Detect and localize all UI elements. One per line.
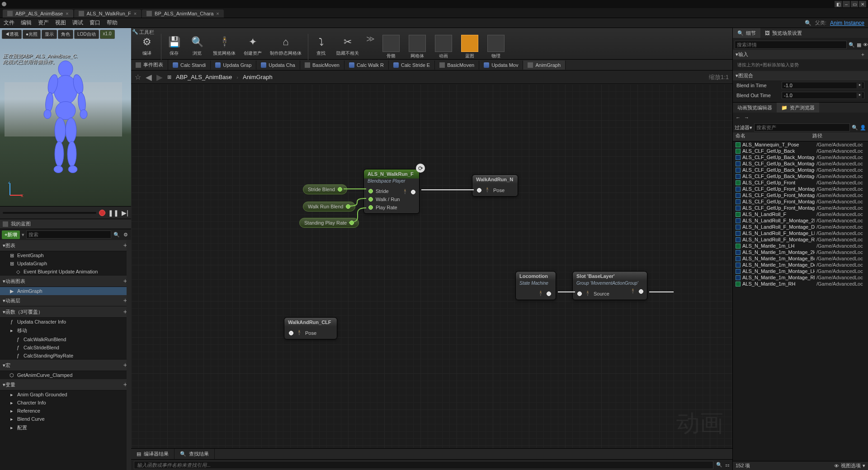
function-tab[interactable]: Calc Standi	[168, 61, 211, 70]
document-tab[interactable]: ALS_N_WalkRun_F×	[74, 9, 141, 18]
viewport-mode-button[interactable]: 显示	[42, 30, 57, 39]
tree-category[interactable]: ▾图表＋	[0, 240, 131, 251]
search-icon[interactable]: 🔍	[113, 231, 120, 238]
asset-row[interactable]: ALS_N_LandRoll_F_Montage_LH/Game/Advance…	[733, 230, 868, 236]
asset-search-input[interactable]	[754, 123, 850, 132]
asset-browser-tab[interactable]: 📁资产浏览器	[777, 103, 819, 113]
menu-item[interactable]: 调试	[72, 19, 83, 27]
settings-icon[interactable]: ⚙	[122, 231, 129, 238]
column-name[interactable]: 命名	[736, 132, 812, 141]
tree-category[interactable]: ▾变量＋	[0, 379, 131, 390]
viewport-mode-button[interactable]: ●光照	[23, 30, 41, 39]
menu-item[interactable]: 视图	[55, 19, 66, 27]
menu-item[interactable]: 编辑	[21, 19, 32, 27]
editor-mode-button[interactable]: 骨骼	[378, 34, 404, 60]
tree-item[interactable]: ▸配置	[0, 423, 131, 432]
breadcrumb-root[interactable]: ABP_ALS_AnimBase	[176, 74, 232, 80]
asset-row[interactable]: ALS_CLF_GetUp_Back/Game/AdvancedLoc	[733, 148, 868, 154]
pose-output-pin[interactable]	[411, 190, 415, 194]
menu-item[interactable]: 资产	[38, 19, 49, 27]
toolbar-button[interactable]: ⌂制作静态网格体	[266, 34, 305, 60]
graph-node[interactable]: Slot 'BaseLayer'Group 'MovementActionGro…	[572, 271, 647, 300]
viewport-mode-button[interactable]: x1.0	[100, 30, 115, 39]
function-tab[interactable]: 事件图表	[131, 60, 168, 70]
asset-row[interactable]: ALS_N_LandRoll_F/Game/AdvancedLoc	[733, 211, 868, 217]
function-tab[interactable]: AnimGraph	[523, 61, 566, 70]
add-icon[interactable]: ＋	[860, 51, 865, 58]
tree-item[interactable]: ▸Reference	[0, 407, 131, 415]
timeline-scrubber[interactable]	[3, 212, 96, 214]
filter-icon[interactable]: ⚏	[725, 462, 730, 468]
my-blueprint-search-input[interactable]	[26, 230, 111, 239]
window-dock-button[interactable]: ◧	[835, 1, 842, 7]
output-pin[interactable]	[338, 187, 342, 192]
asset-row[interactable]: ALS_N_Mantle_1m_Montage_2H/Game/Advanced…	[733, 249, 868, 255]
editor-mode-button[interactable]: 物理	[483, 34, 509, 60]
asset-row[interactable]: ALS_CLF_GetUp_Back_Montage_2H/Game/Advan…	[733, 154, 868, 160]
tree-item[interactable]: ƒUpdata Character Info	[0, 318, 131, 326]
tree-item[interactable]: ▸移动	[0, 326, 131, 335]
tree-category[interactable]: ▾动画图表＋	[0, 276, 131, 287]
asset-list-header[interactable]: 命名 路径	[733, 132, 868, 141]
window-minimize-button[interactable]: –	[843, 1, 850, 7]
viewport-mode-button[interactable]: ◀透视	[2, 30, 22, 39]
pose-output-pin[interactable]	[639, 289, 643, 294]
asset-row[interactable]: ALS_N_Mantle_1m_Montage_Box/Game/Advance…	[733, 255, 868, 262]
input-pin[interactable]	[368, 205, 373, 210]
details-search-input[interactable]	[735, 41, 847, 49]
pose-input-pin[interactable]	[477, 188, 481, 193]
nav-back-button[interactable]: ◀	[146, 72, 152, 82]
toolbar-button[interactable]: ✂隐藏不相关	[333, 34, 363, 60]
function-tab[interactable]: BasicMoven	[435, 61, 479, 70]
record-button[interactable]	[99, 210, 105, 216]
function-tab[interactable]: Calc Stride E	[389, 61, 435, 70]
input-pin[interactable]	[368, 189, 373, 193]
tree-item[interactable]: ƒCalcWalkRunBlend	[0, 335, 131, 343]
preview-viewport[interactable]: ◀透视●光照显示角色LOD自动x1.0 正在预览ABP_ALS_AnimBase…	[0, 28, 131, 207]
parent-class-link[interactable]: Anim Instance	[830, 20, 864, 26]
close-icon[interactable]: ×	[66, 11, 68, 16]
tree-category[interactable]: ▾函数（3可覆盖）＋	[0, 306, 131, 318]
tree-item[interactable]: ▶AnimGraph	[0, 287, 131, 295]
preview-settings-tab[interactable]: 🖼预览场景设置	[760, 28, 807, 38]
my-blueprint-tree[interactable]: ▾图表＋⊞EventGraph⊞UpdataGraph◇Event Bluepr…	[0, 240, 131, 470]
output-pin[interactable]	[346, 204, 350, 209]
tree-item[interactable]: ▸Anim Graph Grounded	[0, 390, 131, 399]
tree-item[interactable]: ▸Charcter Info	[0, 399, 131, 407]
add-new-button[interactable]: +新增	[2, 230, 20, 239]
details-category-input[interactable]: ▾ 输入＋	[733, 50, 868, 59]
asset-row[interactable]: ALS_CLF_GetUp_Back_Montage_Defa/Game/Adv…	[733, 160, 868, 167]
spinner-icon[interactable]: ▸	[857, 93, 862, 98]
document-tab[interactable]: ABP_ALS_AnimBase×	[3, 9, 73, 18]
viewport-mode-button[interactable]: LOD自动	[74, 30, 99, 39]
toolbar-button[interactable]: ⚙编译	[136, 34, 158, 60]
graph-node[interactable]: LocomotionState Machine🕴	[515, 271, 556, 300]
graph-node[interactable]: WalkAndRun_N🕴Pose	[472, 174, 518, 197]
toolbar-button[interactable]: ⤵查找	[308, 34, 332, 60]
close-icon[interactable]: ×	[134, 11, 137, 16]
toolbar-button[interactable]: 🕴预览网格体	[209, 34, 239, 60]
asset-row[interactable]: ALS_N_LandRoll_F_Montage_Default/Game/Ad…	[733, 224, 868, 230]
nav-back-button[interactable]: ←	[736, 115, 741, 120]
search-icon[interactable]: 🔍	[849, 42, 855, 48]
compiler-results-tab[interactable]: ▤编译器结果	[131, 449, 175, 459]
window-close-button[interactable]: ✕	[859, 1, 866, 7]
chevron-icon[interactable]: ≫	[363, 34, 377, 60]
find-input[interactable]	[134, 461, 713, 469]
breadcrumb-leaf[interactable]: AnimGraph	[243, 74, 273, 80]
asset-row[interactable]: ALS_N_LandRoll_F_Montage_RH/Game/Advance…	[733, 236, 868, 243]
function-tab[interactable]: Updata Grap	[211, 61, 256, 70]
asset-row[interactable]: ALS_CLF_GetUp_Front/Game/AdvancedLoc	[733, 179, 868, 186]
variable-pill[interactable]: Stride Blend	[303, 184, 347, 194]
toolbar-button[interactable]: 💾保存	[161, 34, 185, 60]
person-icon[interactable]: 👤	[860, 125, 866, 131]
tree-item[interactable]: ▸Blend Curve	[0, 415, 131, 423]
toolbar-button[interactable]: 🔍浏览	[186, 34, 208, 60]
toolbar-button[interactable]: ✦创建资产	[240, 34, 265, 60]
output-pin[interactable]	[349, 221, 354, 225]
tree-item[interactable]: ◇Event Blueprint Update Animation	[0, 268, 131, 276]
nav-forward-button[interactable]: →	[744, 115, 749, 120]
menu-item[interactable]: 帮助	[107, 19, 118, 27]
favorite-icon[interactable]: ☆	[135, 73, 141, 81]
graph-node[interactable]: ALS_N_WalkRun_FBlendspace PlayerStrideWa…	[363, 169, 420, 214]
